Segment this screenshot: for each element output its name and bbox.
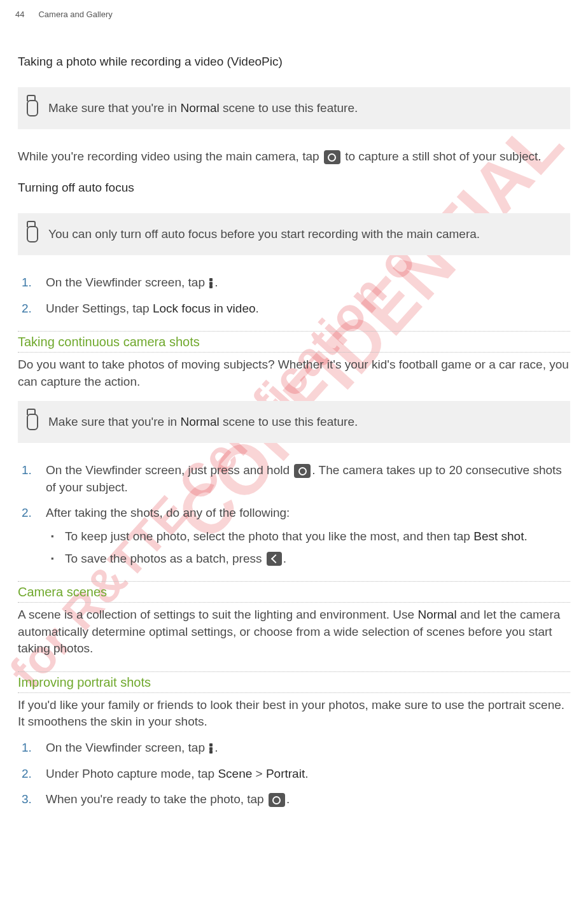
para-continuous-intro: Do you want to take photos of moving sub… [18, 356, 570, 390]
steps-continuous: On the Viewfinder screen, just press and… [18, 462, 570, 567]
note-text: Make sure that you're in Normal scene to… [48, 414, 560, 431]
text: Make sure that you're in [48, 415, 180, 428]
text: On the Viewfinder screen, tap [46, 741, 208, 754]
requirement-icon [27, 414, 38, 430]
note-text: Make sure that you're in Normal scene to… [48, 100, 560, 117]
bullet: To save the photos as a batch, press . [65, 551, 570, 568]
menu-dots-icon [209, 277, 213, 289]
back-icon [267, 552, 282, 566]
text-bold: Normal [180, 101, 219, 115]
step: On the Viewfinder screen, tap . [46, 740, 570, 757]
text: . [305, 767, 308, 780]
heading-portrait: Improving portrait shots [18, 671, 570, 693]
heading-autofocus: Turning off auto focus [18, 179, 570, 197]
text: > [252, 767, 266, 780]
text-bold: Lock focus in video [153, 302, 256, 315]
camera-shutter-icon [294, 464, 311, 478]
text: To keep just one photo, select the photo… [65, 530, 473, 543]
menu-dots-icon [209, 743, 213, 754]
requirement-icon [27, 226, 38, 242]
text: After taking the shots, do any of the fo… [46, 506, 290, 519]
note-continuous: Make sure that you're in Normal scene to… [18, 401, 570, 444]
page-number: 44 [15, 9, 24, 20]
text: . [286, 792, 290, 806]
para-videopic: While you're recording video using the m… [18, 148, 570, 165]
para-scenes: A scene is a collection of settings to s… [18, 607, 570, 657]
text: . [256, 302, 259, 315]
note-autofocus: You can only turn off auto focus before … [18, 213, 570, 256]
text: While you're recording video using the m… [18, 150, 323, 163]
text: . [283, 552, 286, 565]
text: scene to use this feature. [220, 101, 358, 115]
text-bold: Best shot [473, 530, 524, 543]
text: A scene is a collection of settings to s… [18, 608, 417, 621]
step: On the Viewfinder screen, tap . [46, 274, 570, 291]
camera-shutter-icon [324, 150, 340, 164]
page-header-title: Camera and Gallery [38, 9, 112, 20]
step: Under Photo capture mode, tap Scene > Po… [46, 766, 570, 783]
text: . [214, 741, 218, 754]
text: scene to use this feature. [220, 415, 358, 428]
text: . [214, 276, 218, 289]
text: To save the photos as a batch, press [65, 552, 265, 565]
text: When you're ready to take the photo, tap [46, 792, 267, 806]
steps-autofocus: On the Viewfinder screen, tap . Under Se… [18, 274, 570, 317]
text-bold: Normal [417, 608, 456, 621]
text: On the Viewfinder screen, tap [46, 276, 208, 289]
camera-shutter-icon [269, 793, 285, 807]
text: . [524, 530, 527, 543]
bullet: To keep just one photo, select the photo… [65, 528, 570, 545]
requirement-icon [27, 100, 38, 116]
heading-videopic: Taking a photo while recording a video (… [18, 53, 570, 71]
text: On the Viewfinder screen, just press and… [46, 463, 293, 477]
text-bold: Portrait [266, 767, 305, 780]
steps-portrait: On the Viewfinder screen, tap . Under Ph… [18, 740, 570, 808]
page-header: 44 Camera and Gallery [0, 0, 588, 20]
sub-bullets: To keep just one photo, select the photo… [46, 528, 570, 567]
text: Make sure that you're in [48, 101, 180, 115]
step: On the Viewfinder screen, just press and… [46, 462, 570, 496]
text-bold: Scene [218, 767, 252, 780]
note-text: You can only turn off auto focus before … [48, 226, 560, 243]
text: to capture a still shot of your subject. [342, 150, 542, 163]
para-portrait-intro: If you'd like your family or friends to … [18, 697, 570, 731]
heading-scenes: Camera scenes [18, 581, 570, 603]
step: Under Settings, tap Lock focus in video. [46, 300, 570, 318]
step: After taking the shots, do any of the fo… [46, 505, 570, 567]
text-bold: Normal [180, 415, 219, 428]
text: Under Settings, tap [46, 302, 153, 315]
heading-continuous: Taking continuous camera shots [18, 331, 570, 353]
step: When you're ready to take the photo, tap… [46, 791, 570, 808]
note-videopic: Make sure that you're in Normal scene to… [18, 87, 570, 130]
text: Under Photo capture mode, tap [46, 767, 218, 780]
